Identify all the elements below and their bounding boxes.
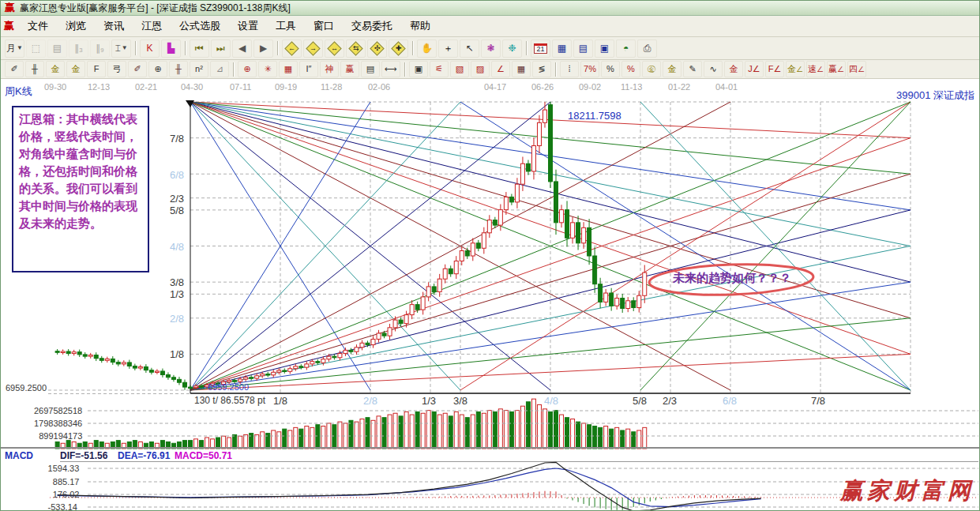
date-tick: 02-06 bbox=[368, 82, 390, 92]
time-fraction-label: 1/8 bbox=[273, 395, 287, 407]
date-tick: 09-02 bbox=[579, 82, 601, 92]
price-fraction-label: 3/8 bbox=[170, 276, 184, 288]
macd-lines bbox=[50, 462, 978, 511]
time-fraction-label: 4/8 bbox=[544, 395, 558, 407]
date-tick: 04-17 bbox=[484, 82, 506, 92]
macd-scale-label: 1594.33 bbox=[48, 464, 80, 473]
macd-scale-label: 176.02 bbox=[53, 490, 80, 499]
date-tick: 11-13 bbox=[621, 82, 642, 92]
price-fraction-label: 1/8 bbox=[170, 348, 184, 360]
macd-scale-label: 885.17 bbox=[53, 477, 80, 487]
time-fraction-label: 1/3 bbox=[422, 395, 436, 407]
macd-dif-value: DIF=-51.56 bbox=[60, 450, 107, 461]
volume-scale-label: 2697582518 bbox=[34, 406, 82, 415]
macd-dea-value: DEA=-76.91 bbox=[118, 450, 170, 461]
low-price-label: 6959.2500 bbox=[6, 383, 47, 393]
volume-scale-label: 899194173 bbox=[39, 431, 82, 441]
macd-pane-title[interactable]: MACD bbox=[5, 450, 33, 461]
price-fraction-label: 6/8 bbox=[170, 169, 184, 181]
volume-scale-label: 1798388346 bbox=[34, 419, 82, 428]
price-fraction-label: 5/8 bbox=[170, 205, 184, 216]
price-fraction-label: 7/8 bbox=[170, 133, 184, 145]
price-fraction-label: 2/8 bbox=[170, 313, 184, 325]
time-fraction-label: 2/8 bbox=[363, 395, 377, 407]
macd-macd-value: MACD=50.71 bbox=[175, 450, 232, 461]
gann-note-box[interactable]: 江恩箱：其中横线代表价格，竖线代表时间，对角线中蕴含时间与价格，还包括时间和价格… bbox=[12, 106, 149, 272]
time-fraction-label: 6/8 bbox=[723, 395, 737, 407]
gann-box-info: 130 t/ 86.5578 pt bbox=[194, 395, 265, 406]
date-tick: 01-22 bbox=[668, 82, 690, 92]
pane-label: 周K线 bbox=[5, 85, 32, 99]
origin-price-label: 6959.2500 bbox=[208, 382, 249, 392]
date-tick: 06-26 bbox=[531, 82, 554, 92]
price-fraction-label: 2/3 bbox=[170, 193, 184, 205]
symbol-label: 399001 深证成指 bbox=[896, 88, 974, 103]
time-fraction-label: 2/3 bbox=[663, 395, 677, 407]
time-fraction-label: 7/8 bbox=[811, 395, 825, 407]
time-fraction-label: 5/8 bbox=[633, 395, 647, 407]
price-fraction-label: 4/8 bbox=[170, 241, 184, 253]
price-fraction-label: 1/3 bbox=[170, 288, 184, 300]
app-window: 赢 赢家江恩专业版[赢家服务平台] - [深证成指 SZ399001-138周K… bbox=[0, 0, 980, 511]
date-tick: 04-01 bbox=[715, 82, 738, 92]
date-tick: 07-11 bbox=[230, 82, 251, 92]
date-tick: 04-30 bbox=[181, 82, 203, 92]
date-tick: 09-19 bbox=[275, 82, 297, 92]
peak-price-label: 18211.7598 bbox=[568, 110, 621, 122]
trend-question-text[interactable]: 未来的趋势如何？？？ bbox=[655, 271, 809, 286]
macd-scale-label: -533.14 bbox=[48, 502, 77, 511]
date-tick: 09-30 bbox=[44, 82, 66, 92]
date-tick: 02-21 bbox=[135, 82, 157, 92]
time-fraction-label: 3/8 bbox=[453, 395, 467, 407]
date-tick: 11-28 bbox=[321, 82, 342, 92]
date-tick: 12-13 bbox=[88, 82, 110, 92]
watermark: 赢家财富网 bbox=[840, 475, 974, 507]
